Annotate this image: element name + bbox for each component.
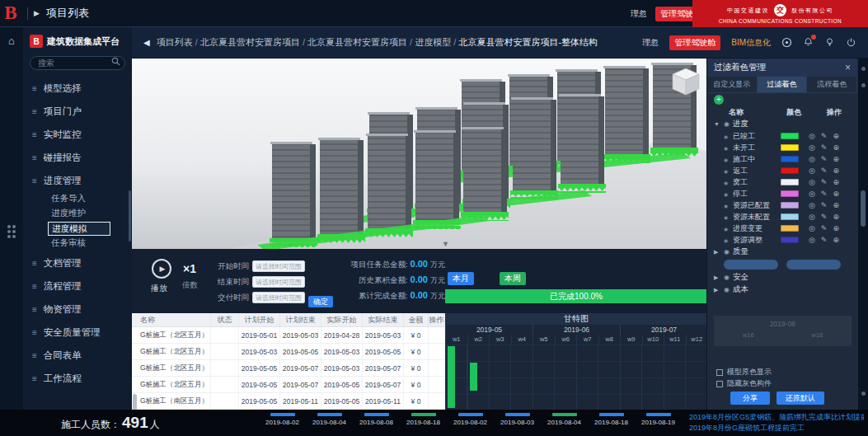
visibility-icon[interactable]: ◎ xyxy=(809,133,815,140)
faded-action-button[interactable] xyxy=(724,260,778,270)
sidebar-item[interactable]: ≡项目门户 xyxy=(23,100,132,123)
edit-icon[interactable]: ✎ xyxy=(821,237,828,244)
sidebar-item[interactable]: ≡合同表单 xyxy=(23,344,132,367)
restore-default-button[interactable]: 还原默认 xyxy=(777,391,824,405)
locate-icon[interactable]: ⊕ xyxy=(833,144,839,152)
locate-icon[interactable]: ⊕ xyxy=(833,213,839,221)
edit-icon[interactable]: ✎ xyxy=(821,213,828,221)
visibility-icon[interactable]: ◎ xyxy=(809,225,815,232)
breadcrumb-item[interactable]: 北京夏县营村安置房项目-整体结构 xyxy=(458,37,598,47)
filter-group[interactable]: ▶◉成本 xyxy=(707,284,857,296)
checkbox[interactable] xyxy=(716,381,723,387)
filter-tab[interactable]: 流程着色 xyxy=(807,77,857,92)
edit-icon[interactable]: ✎ xyxy=(821,190,828,198)
locate-icon[interactable]: ⊕ xyxy=(833,133,839,140)
drag-grip-icon[interactable] xyxy=(7,225,11,228)
color-swatch[interactable] xyxy=(781,133,799,139)
app-logo[interactable]: B xyxy=(0,0,21,27)
sidebar-item[interactable]: ≡工作流程 xyxy=(23,367,132,390)
tool-dot-icon[interactable] xyxy=(861,391,866,396)
sidebar-subitem[interactable]: 任务审核 xyxy=(48,237,110,251)
table-row[interactable]: G桩施工（北区五月）2019-05-052019-05-072019-05-03… xyxy=(132,360,445,377)
cockpit-link[interactable]: 管理驾驶舱 xyxy=(669,35,720,50)
filter-group[interactable]: ▶◉质量 xyxy=(707,246,857,258)
color-swatch[interactable] xyxy=(781,202,799,209)
visibility-icon[interactable]: ◎ xyxy=(809,156,815,163)
gantt-body[interactable] xyxy=(445,345,707,410)
filter-tab[interactable]: 过滤着色 xyxy=(758,77,808,92)
speed-value[interactable]: ×1 xyxy=(183,262,196,275)
preview-link[interactable]: 理忽 xyxy=(631,8,647,20)
start-time-input[interactable] xyxy=(252,260,305,272)
this-week-button[interactable]: 本周 xyxy=(500,272,526,285)
filter-group[interactable]: ▶◉安全 xyxy=(707,271,857,284)
visibility-icon[interactable]: ◎ xyxy=(809,213,815,221)
date-scrubber[interactable]: 2019-08-022019-08-042019-08-082019-08-18… xyxy=(259,413,682,426)
timeline-date[interactable]: 2019-08-02 xyxy=(259,413,306,426)
close-icon[interactable]: × xyxy=(845,62,851,73)
breadcrumb-item[interactable]: 北京夏县营村安置房项目 xyxy=(200,37,300,47)
tool-dot-icon[interactable] xyxy=(861,83,866,87)
edit-icon[interactable]: ✎ xyxy=(821,133,828,140)
sidebar-item[interactable]: ≡文档管理 xyxy=(23,251,132,274)
sidebar-scrollbar[interactable] xyxy=(129,190,131,241)
bell-icon[interactable] xyxy=(803,37,814,48)
home-icon[interactable]: ⌂ xyxy=(0,35,23,47)
breadcrumb-item[interactable]: 北京夏县营村安置房项目 xyxy=(307,37,407,47)
timeline-date[interactable]: 2019-08-08 xyxy=(353,413,400,426)
timeline-date[interactable]: 2019-08-02 xyxy=(447,413,494,426)
sidebar-subitem[interactable]: 进度维护 xyxy=(48,207,110,221)
breadcrumb-item[interactable]: 进度模型 xyxy=(415,37,451,47)
search-icon[interactable] xyxy=(111,57,120,66)
tool-dot-icon[interactable] xyxy=(861,67,866,71)
timeline-date[interactable]: 2019-08-04 xyxy=(541,413,588,426)
breadcrumb-item[interactable]: 项目列表 xyxy=(157,37,193,47)
table-row[interactable]: G桩施工（北区五月）2019-05-052019-05-072019-05-05… xyxy=(132,377,445,393)
sidebar-subitem[interactable]: 任务导入 xyxy=(48,192,110,206)
share-button[interactable]: 分享 xyxy=(730,391,770,405)
timeline-date[interactable]: 2019-08-19 xyxy=(635,413,682,426)
this-month-button[interactable]: 本月 xyxy=(448,272,474,285)
faded-action-button[interactable] xyxy=(786,260,841,270)
locate-icon[interactable]: ⊕ xyxy=(833,202,839,209)
visibility-icon[interactable]: ◎ xyxy=(809,190,815,198)
sidebar-item[interactable]: ≡流程管理 xyxy=(23,274,132,298)
table-row[interactable]: G桩施工（南区五月）2019-05-052019-05-112019-05-05… xyxy=(132,393,445,410)
end-time-input[interactable] xyxy=(252,276,305,288)
color-swatch[interactable] xyxy=(781,213,799,220)
add-icon[interactable]: + xyxy=(714,95,724,105)
color-swatch[interactable] xyxy=(781,190,799,197)
table-scrollbar[interactable] xyxy=(133,394,137,410)
timeline-date[interactable]: 2019-08-03 xyxy=(494,413,541,426)
sidebar-subitem[interactable]: 进度模拟 xyxy=(48,222,110,236)
power-icon[interactable] xyxy=(846,37,856,48)
play-button[interactable]: ▶ xyxy=(152,259,171,279)
locate-icon[interactable]: ⊕ xyxy=(833,156,839,163)
table-row[interactable]: G桩施工（北区五月）2019-05-012019-05-032019-04-28… xyxy=(132,327,445,344)
collapse-panel-icon[interactable]: ▼ xyxy=(442,240,449,248)
edit-icon[interactable]: ✎ xyxy=(821,202,828,209)
caret-right-icon[interactable]: ▶ xyxy=(34,9,40,17)
color-swatch[interactable] xyxy=(781,179,799,185)
edit-icon[interactable]: ✎ xyxy=(821,144,828,152)
color-swatch[interactable] xyxy=(781,156,799,162)
view-cube[interactable] xyxy=(673,68,699,95)
edit-icon[interactable]: ✎ xyxy=(821,156,828,163)
color-swatch[interactable] xyxy=(781,237,799,243)
timeline-date[interactable]: 2019-08-04 xyxy=(306,413,353,426)
checkbox[interactable] xyxy=(716,369,723,376)
edit-icon[interactable]: ✎ xyxy=(821,179,828,186)
visibility-icon[interactable]: ◎ xyxy=(809,144,815,152)
timeline-date[interactable]: 2019-08-18 xyxy=(588,413,635,426)
sidebar-item[interactable]: ≡安全质量管理 xyxy=(23,321,132,344)
timeline-date[interactable]: 2019-08-18 xyxy=(400,413,447,426)
sidebar-item[interactable]: ≡碰撞报告 xyxy=(23,146,132,169)
filter-group[interactable]: ▼◉进度 xyxy=(707,118,857,130)
color-swatch[interactable] xyxy=(781,144,799,151)
visibility-icon[interactable]: ◎ xyxy=(809,167,815,175)
sidebar-item[interactable]: ≡物资管理 xyxy=(23,298,132,321)
sidebar-item[interactable]: ≡实时监控 xyxy=(23,123,132,146)
lightbulb-icon[interactable] xyxy=(824,37,835,48)
checkbox-row[interactable]: 隐藏灰色构件 xyxy=(716,378,772,389)
visibility-icon[interactable]: ◎ xyxy=(809,179,815,186)
